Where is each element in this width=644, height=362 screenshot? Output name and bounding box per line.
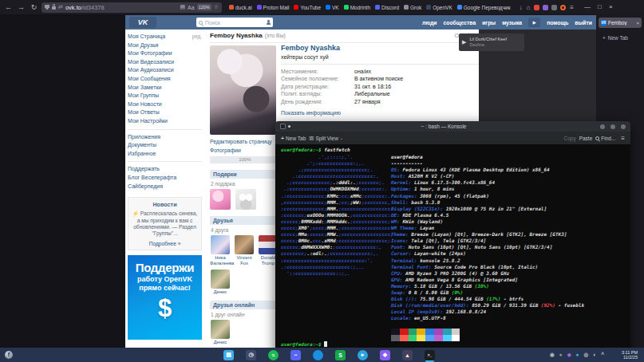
terminal-close-button[interactable] [621, 124, 626, 129]
maximize-button[interactable]: □ [598, 0, 602, 14]
sidebar-item[interactable]: Мои Ответы [128, 108, 202, 117]
friend-card[interactable]: Денис [210, 320, 231, 345]
taskbar-icon-clock-box-app[interactable]: ◷ [246, 350, 256, 360]
menu-icon[interactable]: ≡ [570, 4, 574, 11]
sidebar-item[interactable]: Документы [128, 141, 202, 150]
sidebar-item-badge[interactable]: ред. [192, 33, 202, 41]
friend-name[interactable]: Денис [210, 340, 231, 345]
sidebar-item[interactable]: Мои Группы [128, 92, 202, 100]
forward-button[interactable]: → [16, 0, 26, 14]
online-friends-section-header[interactable]: Друзья онлайн [210, 301, 280, 309]
taskbar-icon-dolphin-file-manager[interactable]: ▤ [223, 350, 234, 360]
sidebar-item[interactable]: Приложения [128, 133, 202, 142]
bookmark-item[interactable]: Discord [375, 5, 399, 10]
updates-tray-icon[interactable]: ● [559, 352, 563, 358]
bookmark-star-icon[interactable]: ☆ [214, 4, 219, 10]
url-text[interactable]: ovk.to/id34378 [65, 4, 178, 11]
active-tab[interactable]: VK Femboy × [599, 18, 642, 28]
gift-image[interactable] [235, 189, 256, 210]
friend-avatar[interactable] [235, 235, 254, 254]
split-view-button[interactable]: ▥Split View⌄ [309, 135, 343, 141]
bookmark-item[interactable]: duck.ai [229, 5, 252, 10]
friend-name[interactable]: Ника Фалалеева [210, 255, 231, 266]
gift-image[interactable] [210, 189, 231, 210]
friend-card[interactable]: Ника Фалалеева [210, 235, 231, 266]
bookmark-item[interactable]: Modrinth [344, 5, 370, 10]
hamburger-menu-icon[interactable]: ≡ [621, 135, 625, 142]
friends-section-header[interactable]: Друзья [210, 216, 280, 225]
taskbar-icon-spotify[interactable]: ≈ [268, 350, 279, 360]
minimize-button[interactable]: — [584, 0, 591, 14]
new-tab-button[interactable]: +New Tab [281, 136, 306, 141]
terminal-titlebar[interactable]: ~ : bash — Konsole [275, 121, 630, 132]
sidebar-item[interactable]: Мои Заметки [128, 84, 202, 92]
friend-name[interactable]: Vincent Fox [234, 255, 255, 266]
container-swap-icon[interactable]: ⇄ [58, 4, 63, 10]
night-light-tray-icon[interactable]: ◐ [593, 352, 596, 358]
profile-status-text[interactable]: хейтеры сосут хуй [281, 54, 479, 60]
gifts-section-header[interactable]: Подарки [210, 170, 280, 179]
sidebar-item[interactable]: Блог Весеперафта [128, 174, 202, 183]
terminal-content[interactable]: user@fedora:~$ fastfetch .',;::::;,'. .'… [275, 144, 630, 356]
home-icon[interactable]: ⌂ [527, 4, 531, 11]
purple-diamond-tray-icon[interactable]: ◆ [567, 352, 571, 358]
music-play-button[interactable]: ▶ [528, 18, 540, 27]
vk-search-input[interactable]: Поиск [196, 18, 273, 27]
news-more-link[interactable]: Подробнее » [131, 241, 199, 246]
photos-link[interactable]: Фотографии [210, 147, 280, 155]
taskbar-icon-telegram[interactable]: ▸ [358, 350, 368, 360]
downloads-icon[interactable]: ↓ [520, 4, 523, 11]
back-button[interactable]: ← [3, 0, 14, 14]
sidebar-item[interactable]: Мои Аудиозаписи [128, 66, 202, 75]
sidebar-item[interactable]: Мои Друзья [128, 41, 202, 50]
sidebar-item[interactable]: Мои Видеозаписи [128, 58, 202, 67]
profile-name-link[interactable]: Femboy Nyashka [281, 44, 479, 52]
bookmark-item[interactable]: Proton Mail [257, 5, 290, 10]
friend-card[interactable]: Денис [210, 270, 231, 295]
taskbar-icon-green-s-app[interactable]: S [335, 350, 346, 360]
taskbar-icon-purple-app[interactable]: ◈ [380, 350, 390, 360]
sidebar-item[interactable]: Избранное [128, 150, 202, 159]
edit-page-link[interactable]: Редактировать страницу [210, 138, 280, 147]
sidebar-item[interactable]: Моя Страницаред. [128, 33, 202, 41]
taskbar-icon-discord[interactable]: •• [290, 350, 301, 360]
zoom-level-badge[interactable]: 120% [197, 4, 211, 10]
close-button[interactable]: × [609, 0, 613, 14]
show-info-link[interactable]: Показать информацию [281, 110, 479, 116]
address-bar[interactable]: ⇄ ovk.to/id34378 ▤ Aa 120% ☆ [41, 2, 222, 13]
sidebar-item[interactable]: Сайберпедия [128, 183, 202, 191]
terminal-minimize-button[interactable] [600, 124, 605, 129]
shield-icon[interactable] [45, 5, 49, 10]
bookmark-item[interactable]: Grok [404, 5, 421, 10]
taskbar-icon-konsole[interactable]: >_ [425, 350, 435, 360]
copy-button[interactable]: Copy [563, 136, 575, 141]
reader-mode-icon[interactable]: ▤ [180, 4, 185, 10]
friend-card[interactable]: Vincent Fox [234, 235, 255, 266]
friend-avatar[interactable] [211, 320, 230, 339]
reload-button[interactable]: ↻ [29, 0, 39, 14]
nav-item-помощь[interactable]: помощь [547, 20, 568, 26]
extension-red[interactable] [534, 5, 539, 10]
nav-item-сообщества[interactable]: сообщества [444, 20, 476, 26]
nav-item-игры[interactable]: игры [482, 20, 496, 26]
vk-logo[interactable]: VK [129, 17, 156, 28]
clock-widget[interactable]: 3:11 PM 11/2/25 [622, 350, 638, 360]
bookmark-item[interactable]: YouTube [294, 5, 321, 10]
sidebar-item[interactable]: Мои Настройки [128, 117, 202, 126]
friend-name[interactable]: Денис [210, 289, 231, 295]
terminal-maximize-button[interactable] [610, 124, 615, 129]
audio-player-widget[interactable]: ▶ Lil Durk/Chief Keef Decline [459, 33, 524, 51]
sidebar-item[interactable]: Мои Сообщения [128, 75, 202, 84]
taskbar-icon-floorp-browser[interactable] [313, 350, 323, 360]
profile-photo[interactable] [210, 45, 276, 135]
nav-item-люди[interactable]: люди [422, 20, 437, 26]
friend-avatar[interactable] [211, 235, 230, 254]
expand-tray-caret[interactable]: ^ [601, 352, 604, 358]
bookmark-item[interactable]: OpenVK [426, 5, 452, 10]
blue-dot-tray-icon[interactable]: ● [576, 352, 579, 358]
paste-button[interactable]: Paste [579, 136, 593, 141]
app-launcher-button[interactable]: f [5, 351, 13, 359]
extension-gray[interactable] [551, 5, 557, 10]
bookmark-item[interactable]: Google Переводчик [457, 5, 511, 10]
donate-banner[interactable]: Поддержи работу OpenVK прямо сейчас! $ [128, 255, 202, 340]
